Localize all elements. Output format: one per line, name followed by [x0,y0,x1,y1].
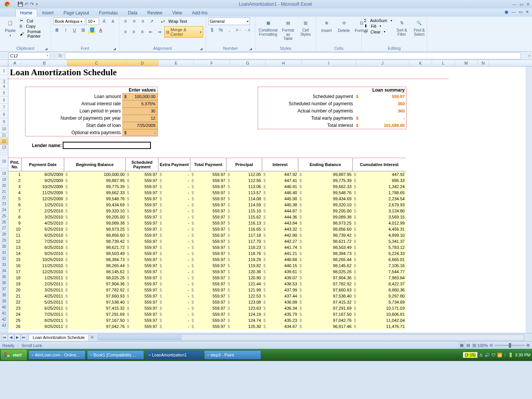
row-header[interactable]: 23 [0,201,8,207]
zoom-in-icon[interactable]: ⊕ [526,343,530,348]
find-select-button[interactable]: 🔍Find & Select [411,17,427,37]
number-format-combo[interactable]: General▾ [208,17,250,25]
table-row[interactable]: 225/25/2011$97,538.40$559.97$-$559.97$12… [8,299,406,305]
close-icon[interactable]: ✕ [526,2,530,7]
row-header[interactable]: 16 [0,155,8,168]
row-header[interactable]: 41 [0,310,8,317]
taskbar-button[interactable]: ▫AimLoan.com - Online... [28,350,86,359]
currency-button[interactable]: $ [208,26,216,34]
row-header[interactable]: 32 [0,256,8,262]
row-header[interactable]: 26 [0,219,8,225]
row-header[interactable]: 19 [0,177,8,183]
align-right-button[interactable]: ≡ [139,28,146,36]
cut-button[interactable]: ✂ Cut [20,18,48,23]
row-header[interactable]: 20 [0,183,8,189]
page-break-view-icon[interactable]: ▥ [471,342,477,348]
vertical-scrollbar[interactable] [526,66,532,333]
tray-yellow-badge[interactable]: (3:15) [463,352,478,358]
row-header[interactable]: 3 [0,79,8,84]
column-header[interactable]: E [159,60,194,66]
ribbon-tab-add-ins[interactable]: Add-Ins [187,9,212,17]
ribbon-tab-insert[interactable]: Insert [37,9,59,17]
table-row[interactable]: 310/25/2009$99,775.39$559.97$-$559.97$11… [8,184,406,190]
qat-redo-icon[interactable]: ↷ [30,2,34,7]
column-header[interactable]: C [67,60,126,66]
column-header[interactable]: B [22,60,67,66]
table-row[interactable]: 18/25/2009$100,000.00$559.97$-$559.97$11… [8,171,406,177]
decrease-indent-button[interactable]: ⇤ [147,28,154,36]
table-row[interactable]: 1611/25/2010$98,265.44$559.97$-$559.97$1… [8,263,406,269]
row-header[interactable]: 8 [0,111,8,118]
dialog-launcher-icon[interactable]: ◢ [45,47,48,51]
row-header[interactable]: 6 [0,97,8,104]
conditional-formatting-button[interactable]: ▦Conditional Formatting [258,17,279,37]
dialog-launcher-icon[interactable]: ◢ [200,47,203,51]
row-header[interactable]: 38 [0,292,8,298]
row-header[interactable]: 31 [0,250,8,256]
table-row[interactable]: 1510/25/2010$98,384.73$559.97$-$559.97$1… [8,256,406,263]
row-header[interactable]: 42 [0,317,8,323]
row-header[interactable]: 21 [0,189,8,195]
align-center-button[interactable]: ≡ [130,28,137,36]
table-row[interactable]: 203/25/2011$97,782.92$559.97$-$559.97$12… [8,287,406,293]
row-header[interactable]: 39 [0,298,8,304]
table-row[interactable]: 269/25/2011$97,042.76$559.97$-$559.97$12… [8,323,406,329]
merge-center-button[interactable]: ⊟Merge & Center▾ [164,26,203,38]
align-middle-button[interactable]: ≡ [130,17,138,25]
autosum-button[interactable]: Σ AutoSum ▾ [364,18,392,23]
select-all-corner[interactable] [0,60,8,66]
new-sheet-icon[interactable]: ⊕ [90,335,94,340]
tray-bluetooth-icon[interactable]: ᛒ [504,353,507,357]
column-header[interactable]: K [409,60,432,66]
table-row[interactable]: 127/25/2010$98,739.42$559.97$-$559.97$11… [8,238,406,244]
tray-clock[interactable]: 3:39 PM [515,353,530,357]
tray-icon[interactable]: 📶 [497,353,502,358]
office-button[interactable] [1,0,14,8]
sheet-tab[interactable]: Loan Amortization Schedule [28,334,89,340]
column-header[interactable]: N [478,60,489,66]
taskbar-button[interactable]: ▫step3 - Paint [204,350,261,359]
align-bottom-button[interactable]: ≡ [139,17,147,25]
grow-font-button[interactable]: A [100,17,108,25]
table-row[interactable]: 29/25/2009$99,887.95$559.97$-$559.97$112… [8,177,406,184]
table-row[interactable]: 411/25/2009$99,662.33$559.97$-$559.97$11… [8,190,406,196]
row-header[interactable]: 40 [0,304,8,310]
first-sheet-icon[interactable]: ⏮ [2,334,8,340]
ribbon-tab-data[interactable]: Data [123,9,142,17]
tray-icon[interactable]: 🛡 [491,353,496,357]
row-header[interactable]: 33 [0,262,8,268]
table-row[interactable]: 138/25/2010$98,621.72$559.97$-$559.97$11… [8,244,406,250]
row-header[interactable] [0,75,8,79]
increase-indent-button[interactable]: ⇥ [155,28,163,36]
column-header[interactable]: J [356,60,409,66]
column-header[interactable]: A [8,60,22,66]
input-value[interactable]: 30 [122,108,157,115]
column-header[interactable]: D [126,60,159,66]
border-button[interactable]: ⊞ [79,26,87,34]
ribbon-tab-page-layout[interactable]: Page Layout [59,9,94,17]
row-header[interactable]: 5 [0,89,8,97]
tray-icon[interactable]: 🔊 [484,353,490,358]
zoom-level[interactable]: 100% [477,343,488,348]
column-header[interactable]: I [302,60,356,66]
underline-button[interactable]: U [71,26,78,34]
table-row[interactable]: 149/25/2010$98,503.49$559.97$-$559.97$11… [8,250,406,256]
font-size-combo[interactable]: 10 ▾ [86,17,99,25]
table-row[interactable]: 181/25/2011$98,025.26$559.97$-$559.97$12… [8,275,406,281]
row-header[interactable]: 30 [0,244,8,250]
qat-save-icon[interactable]: 💾 [17,2,23,7]
row-header[interactable]: 37 [0,286,8,292]
row-header[interactable]: 13 [0,145,8,150]
row-header[interactable]: 1 [0,66,8,75]
table-row[interactable]: 1712/25/2010$98,145.62$559.97$-$559.97$1… [8,269,406,275]
format-painter-button[interactable]: 🖌 Format Painter [20,29,48,38]
delete-cells-button[interactable]: ⊖Delete [336,17,352,33]
input-value[interactable]: $100,000.00 [122,93,157,100]
align-top-button[interactable]: ≡ [122,17,129,25]
formula-bar[interactable] [65,52,521,59]
page-layout-view-icon[interactable]: ▤ [465,342,471,348]
row-header[interactable]: 24 [0,207,8,213]
bold-button[interactable]: B [53,26,61,34]
dialog-launcher-icon[interactable]: ◢ [113,47,116,51]
row-header[interactable]: 25 [0,213,8,219]
